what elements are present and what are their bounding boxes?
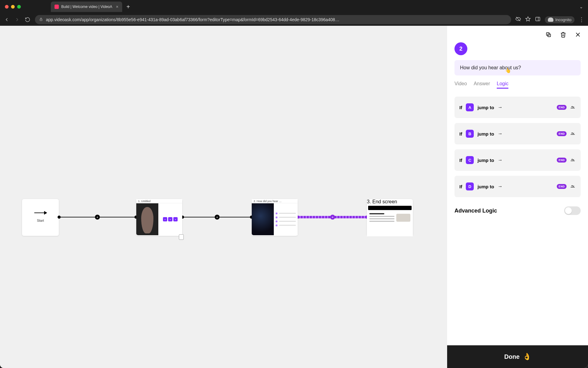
forward-button[interactable] — [14, 17, 20, 23]
pill-icon: • — [163, 217, 167, 221]
end-badge: END — [557, 131, 567, 136]
tab-title: Build | Welcome video | VideoA — [61, 5, 112, 9]
video-thumbnail — [136, 203, 158, 235]
step-node-1[interactable]: 1. Untitled • • • — [136, 199, 182, 236]
traffic-lights — [5, 5, 21, 9]
side-panel: 2 How did you hear about us? Video Answe… — [447, 26, 588, 368]
side-panel-actions — [447, 26, 588, 41]
wave-icon[interactable] — [570, 183, 576, 190]
url-text: app.videoask.com/app/organizations/8b955… — [46, 17, 339, 22]
tab-logic[interactable]: Logic — [497, 81, 508, 89]
url-field[interactable]: app.videoask.com/app/organizations/8b955… — [35, 15, 511, 24]
jump-label: jump to — [477, 131, 494, 136]
step-number: 2 — [459, 46, 462, 52]
delete-button[interactable] — [560, 31, 567, 38]
edge-dot-icon — [58, 216, 61, 219]
incognito-label: Incognito — [555, 17, 571, 22]
pill-icon: • — [168, 217, 172, 221]
new-tab-button[interactable]: + — [126, 3, 130, 10]
close-panel-button[interactable] — [575, 31, 581, 38]
step-number-badge: 2 — [454, 42, 467, 55]
add-step-button[interactable]: + — [330, 215, 335, 220]
step-panel: • • • — [158, 203, 182, 235]
map-canvas[interactable]: Start + + + 1. Untitled — [0, 26, 447, 368]
arrow-right-icon: → — [498, 184, 503, 189]
arrow-right-icon: → — [498, 105, 503, 110]
edge-1-to-2: + — [182, 217, 252, 217]
incognito-icon — [548, 17, 553, 22]
step-title: 1. Untitled — [136, 199, 182, 203]
logic-rule[interactable]: If B jump to → END — [454, 123, 581, 144]
option-letter-badge: A — [466, 103, 474, 111]
app-body: Start + + + 1. Untitled — [0, 26, 588, 368]
reload-button[interactable] — [24, 17, 31, 23]
eye-off-icon[interactable] — [515, 16, 521, 23]
step-body — [252, 203, 298, 235]
if-label: If — [459, 184, 462, 189]
edge-start-to-1: + — [59, 217, 136, 217]
video-thumbnail — [252, 203, 274, 235]
end-node[interactable]: 3. End screen — [367, 199, 413, 236]
panel-icon[interactable] — [535, 16, 541, 23]
arrow-right-icon: → — [498, 157, 503, 163]
close-window-icon[interactable] — [5, 5, 9, 9]
edge-2-to-end: + — [298, 216, 367, 218]
if-label: If — [459, 105, 462, 110]
end-badge: END — [557, 158, 567, 163]
end-body — [367, 205, 413, 236]
jump-label: jump to — [477, 105, 494, 110]
tab-close-icon[interactable]: × — [116, 4, 119, 9]
advanced-logic-row: Advanced Logic — [454, 206, 581, 215]
tab-answer[interactable]: Answer — [474, 81, 490, 89]
start-node[interactable]: Start — [22, 199, 59, 236]
tab-video[interactable]: Video — [454, 81, 467, 89]
step-panel — [274, 203, 298, 235]
chevron-down-icon[interactable]: ⌄ — [579, 4, 583, 9]
cursor-icon — [505, 67, 511, 73]
panel-tabs: Video Answer Logic — [454, 81, 581, 89]
add-step-button[interactable]: + — [95, 215, 100, 220]
back-button[interactable] — [4, 17, 10, 23]
end-text-lines — [369, 213, 394, 222]
choice-pills: • • • — [163, 217, 178, 221]
minimize-window-icon[interactable] — [11, 5, 15, 9]
question-text[interactable]: How did you hear about us? — [454, 60, 581, 75]
star-icon[interactable] — [525, 16, 531, 23]
done-label: Done — [504, 353, 520, 360]
svg-marker-2 — [526, 17, 530, 21]
anchor-icon[interactable] — [179, 234, 184, 240]
option-letter-badge: B — [466, 130, 474, 138]
wave-icon[interactable] — [570, 104, 576, 110]
browser-window: Build | Welcome video | VideoA × + ⌄ app… — [0, 0, 588, 368]
favicon-icon — [55, 5, 59, 9]
step-node-2[interactable]: 2. How did you hear … — [252, 199, 298, 236]
advanced-logic-toggle[interactable] — [564, 206, 581, 215]
svg-rect-0 — [40, 19, 42, 21]
add-step-button[interactable]: + — [215, 215, 220, 220]
incognito-badge[interactable]: Incognito — [545, 16, 575, 23]
step-body: • • • — [136, 203, 182, 235]
svg-rect-3 — [536, 17, 540, 21]
step-title: 3. End screen — [367, 199, 413, 205]
jump-label: jump to — [477, 184, 494, 189]
logic-rule[interactable]: If A jump to → END — [454, 97, 581, 118]
logic-rule[interactable]: If D jump to → END — [454, 176, 581, 197]
browser-tabs: Build | Welcome video | VideoA × + — [51, 0, 130, 13]
jump-label: jump to — [477, 158, 494, 163]
logic-rule[interactable]: If C jump to → END — [454, 149, 581, 171]
maximize-window-icon[interactable] — [17, 5, 21, 9]
browser-tab-active[interactable]: Build | Welcome video | VideoA × — [51, 2, 122, 12]
lock-icon — [39, 17, 43, 22]
duplicate-button[interactable] — [545, 31, 552, 38]
advanced-logic-label: Advanced Logic — [454, 208, 497, 214]
if-label: If — [459, 158, 462, 163]
end-badge: END — [557, 184, 567, 189]
end-cta-preview — [396, 214, 410, 222]
wave-icon[interactable] — [570, 157, 576, 163]
address-bar: app.videoask.com/app/organizations/8b955… — [0, 13, 588, 26]
done-button[interactable]: Done 👌 — [447, 345, 588, 368]
wave-icon[interactable] — [570, 131, 576, 137]
option-letter-badge: D — [466, 182, 474, 190]
arrow-right-icon: → — [498, 131, 503, 136]
start-label: Start — [37, 219, 44, 222]
